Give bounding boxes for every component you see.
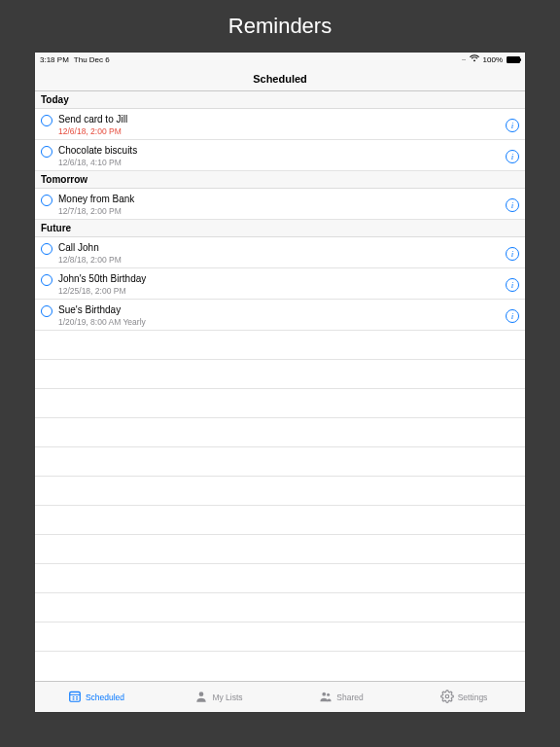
info-button[interactable]: i xyxy=(506,150,519,163)
empty-row xyxy=(35,447,525,477)
navbar: Scheduled xyxy=(35,66,525,91)
svg-rect-0 xyxy=(70,692,81,701)
reminder-title: Sue's Birthday xyxy=(58,303,506,316)
tab-label: Shared xyxy=(336,693,363,702)
empty-row xyxy=(35,593,525,622)
reminder-list[interactable]: Today Send card to Jill 12/6/18, 2:00 PM… xyxy=(35,91,525,681)
reminder-subtitle: 1/20/19, 8:00 AM Yearly xyxy=(58,317,506,328)
empty-row xyxy=(35,622,525,652)
complete-toggle[interactable] xyxy=(41,243,52,255)
svg-point-2 xyxy=(323,692,327,695)
tab-label: Settings xyxy=(458,693,488,702)
status-bar: 3:18 PM Thu Dec 6 ···· 100% xyxy=(35,53,525,66)
people-icon xyxy=(319,690,332,705)
tab-mylists[interactable]: My Lists xyxy=(158,690,280,705)
reminder-body: Chocolate biscuits 12/6/18, 4:10 PM xyxy=(58,144,506,168)
info-button[interactable]: i xyxy=(506,278,519,292)
reminder-row[interactable]: Send card to Jill 12/6/18, 2:00 PM i xyxy=(35,109,525,140)
reminder-subtitle: 12/6/18, 4:10 PM xyxy=(58,158,506,168)
info-button[interactable]: i xyxy=(506,198,519,212)
reminder-row[interactable]: Call John 12/8/18, 2:00 PM i xyxy=(35,237,525,268)
empty-row xyxy=(35,331,525,360)
reminder-body: Call John 12/8/18, 2:00 PM xyxy=(58,241,506,266)
info-button[interactable]: i xyxy=(506,247,519,261)
loading-dots-icon: ···· xyxy=(462,56,466,63)
reminder-subtitle: 12/6/18, 2:00 PM xyxy=(58,126,506,137)
info-button[interactable]: i xyxy=(506,119,519,132)
reminder-row[interactable]: Sue's Birthday 1/20/19, 8:00 AM Yearly i xyxy=(35,300,525,331)
statusbar-battery-pct: 100% xyxy=(483,55,503,64)
reminder-body: Send card to Jill 12/6/18, 2:00 PM xyxy=(58,113,506,137)
reminder-body: Money from Bank 12/7/18, 2:00 PM xyxy=(58,193,506,217)
complete-toggle[interactable] xyxy=(41,274,52,286)
reminder-body: Sue's Birthday 1/20/19, 8:00 AM Yearly xyxy=(58,303,506,328)
reminder-subtitle: 12/8/18, 2:00 PM xyxy=(58,255,506,266)
section-header-today: Today xyxy=(35,91,525,109)
statusbar-time: 3:18 PM xyxy=(40,55,69,64)
empty-row xyxy=(35,360,525,389)
tab-label: Scheduled xyxy=(86,693,124,702)
empty-row xyxy=(35,506,525,535)
tab-bar: Scheduled My Lists Shared Settings xyxy=(35,681,525,712)
reminder-title: Money from Bank xyxy=(58,193,506,205)
tab-label: My Lists xyxy=(212,693,242,702)
device-screen: 3:18 PM Thu Dec 6 ···· 100% Scheduled To… xyxy=(35,53,525,712)
complete-toggle[interactable] xyxy=(41,195,52,206)
reminder-row[interactable]: John's 50th Birthday 12/25/18, 2:00 PM i xyxy=(35,268,525,300)
empty-row xyxy=(35,564,525,593)
empty-row xyxy=(35,389,525,418)
tab-shared[interactable]: Shared xyxy=(280,690,402,705)
section-header-future: Future xyxy=(35,220,525,237)
reminder-title: John's 50th Birthday xyxy=(58,272,506,285)
statusbar-date: Thu Dec 6 xyxy=(74,55,110,64)
svg-point-4 xyxy=(445,694,449,698)
tab-scheduled[interactable]: Scheduled xyxy=(35,690,158,705)
info-button[interactable]: i xyxy=(506,309,519,323)
empty-row xyxy=(35,535,525,564)
svg-point-1 xyxy=(199,692,204,696)
person-icon xyxy=(194,690,208,705)
tab-settings[interactable]: Settings xyxy=(402,690,525,705)
calendar-list-icon xyxy=(68,690,82,705)
reminder-body: John's 50th Birthday 12/25/18, 2:00 PM xyxy=(58,272,506,297)
wifi-icon xyxy=(470,54,479,64)
battery-icon xyxy=(507,56,520,63)
section-header-tomorrow: Tomorrow xyxy=(35,171,525,189)
page-header: Reminders xyxy=(228,14,332,39)
empty-row xyxy=(35,418,525,447)
reminder-subtitle: 12/25/18, 2:00 PM xyxy=(58,286,506,297)
reminder-row[interactable]: Money from Bank 12/7/18, 2:00 PM i xyxy=(35,189,525,220)
complete-toggle[interactable] xyxy=(41,146,52,158)
navbar-title: Scheduled xyxy=(253,73,307,85)
reminder-title: Call John xyxy=(58,241,506,254)
app-frame: Reminders 3:18 PM Thu Dec 6 ···· 100% Sc… xyxy=(0,0,560,747)
empty-row xyxy=(35,477,525,506)
svg-point-3 xyxy=(327,693,330,695)
reminder-subtitle: 12/7/18, 2:00 PM xyxy=(58,206,506,217)
complete-toggle[interactable] xyxy=(41,305,52,317)
gear-icon xyxy=(440,690,454,705)
complete-toggle[interactable] xyxy=(41,115,52,126)
reminder-title: Chocolate biscuits xyxy=(58,144,506,157)
reminder-row[interactable]: Chocolate biscuits 12/6/18, 4:10 PM i xyxy=(35,140,525,171)
reminder-title: Send card to Jill xyxy=(58,113,506,125)
